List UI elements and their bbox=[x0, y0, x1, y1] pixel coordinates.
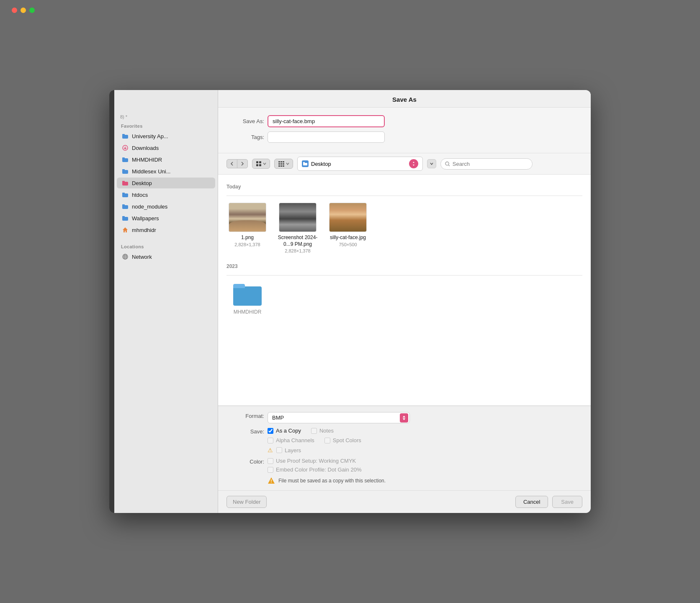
notes-checkbox[interactable] bbox=[311, 428, 317, 434]
back-button[interactable] bbox=[226, 159, 237, 168]
form-area: Save As: Tags: bbox=[218, 108, 591, 153]
sidebar-item-desktop[interactable]: Desktop bbox=[117, 178, 215, 188]
embed-color-label: Embed Color Profile: Dot Gain 20% bbox=[276, 466, 361, 473]
folder-icon bbox=[122, 156, 129, 163]
title-bar: Save As bbox=[218, 90, 591, 108]
save-as-label: Save As: bbox=[231, 118, 264, 124]
as-a-copy-checkbox[interactable] bbox=[268, 428, 273, 434]
sidebar-item-label: htdocs bbox=[132, 192, 148, 198]
warning-icon: ! bbox=[268, 477, 275, 484]
file-item[interactable]: Screenshot 2024-0...9 PM.png 2,828×1,378 bbox=[277, 203, 319, 253]
file-thumbnail-1 bbox=[229, 203, 266, 232]
sidebar-item-label: Middlesex Uni... bbox=[132, 168, 170, 175]
tags-row: Tags: bbox=[231, 131, 578, 143]
new-folder-button[interactable]: New Folder bbox=[226, 496, 267, 508]
format-row: Format: BMP bbox=[231, 412, 578, 423]
alpha-channels-checkbox-item[interactable]: Alpha Channels bbox=[268, 437, 314, 443]
cancel-button[interactable]: Cancel bbox=[515, 496, 548, 508]
folder-item[interactable]: MHMDHIDR bbox=[226, 282, 268, 315]
use-proof-label: Use Proof Setup: Working CMYK bbox=[276, 458, 356, 464]
alpha-channels-checkbox[interactable] bbox=[268, 438, 273, 443]
spot-colors-checkbox[interactable] bbox=[324, 438, 330, 443]
warning-row: ! File must be saved as a copy with this… bbox=[268, 477, 578, 484]
options-panel: Format: BMP Save: As bbox=[218, 406, 591, 490]
folder-icon bbox=[122, 168, 129, 175]
sidebar-item-home[interactable]: mhmdhidr bbox=[117, 224, 215, 235]
home-icon bbox=[122, 227, 129, 233]
format-spinner[interactable] bbox=[400, 413, 408, 423]
color-row: Color: Use Proof Setup: Working CMYK Emb… bbox=[231, 458, 578, 473]
svg-rect-29 bbox=[281, 163, 282, 165]
sidebar-item-label: Desktop bbox=[132, 180, 152, 186]
footer-right: Cancel Save bbox=[515, 496, 582, 508]
sidebar-item-mhmdhidr[interactable]: MHMDHIDR bbox=[117, 154, 215, 165]
location-name: Desktop bbox=[311, 161, 407, 167]
tags-input[interactable] bbox=[268, 131, 385, 143]
folder-icon-active bbox=[122, 180, 129, 186]
file-item[interactable]: 1.png 2,828×1,378 bbox=[226, 203, 268, 253]
main-panel: Save As Save As: Tags: bbox=[218, 90, 591, 513]
forward-button[interactable] bbox=[237, 159, 248, 168]
svg-point-36 bbox=[445, 162, 449, 165]
save-button[interactable]: Save bbox=[552, 496, 582, 508]
toolbar-row: Desktop bbox=[218, 153, 591, 175]
use-proof-checkbox-item[interactable]: Use Proof Setup: Working CMYK bbox=[268, 458, 361, 464]
file-item[interactable]: silly-cat-face.jpg 750×500 bbox=[327, 203, 369, 253]
warning-triangle-icon: ⚠ bbox=[268, 447, 273, 454]
svg-rect-33 bbox=[283, 165, 284, 167]
sidebar-item-middlesex[interactable]: Middlesex Uni... bbox=[117, 166, 215, 177]
checkboxes-group: As a Copy Notes Alpha Channels bbox=[268, 428, 578, 454]
window-title: Save As bbox=[392, 96, 417, 103]
app-hint: 8) * bbox=[120, 114, 212, 119]
file-grid-2023: MHMDHIDR bbox=[226, 282, 582, 315]
location-selector[interactable]: Desktop bbox=[297, 157, 423, 171]
expand-button[interactable] bbox=[427, 159, 436, 168]
svg-rect-31 bbox=[278, 165, 280, 167]
sidebar-item-node-modules[interactable]: node_modules bbox=[117, 201, 215, 212]
file-dims-2: 2,828×1,378 bbox=[285, 248, 310, 253]
svg-rect-22 bbox=[259, 161, 261, 163]
filename-input[interactable] bbox=[268, 115, 385, 127]
format-select[interactable]: BMP bbox=[268, 412, 410, 423]
sidebar-item-downloads[interactable]: Downloads bbox=[117, 142, 215, 153]
file-dims-1: 2,828×1,378 bbox=[234, 242, 260, 247]
view-list-button[interactable] bbox=[274, 159, 293, 169]
folder-icon-large bbox=[233, 282, 262, 306]
svg-rect-15 bbox=[122, 216, 125, 218]
sidebar-item-network[interactable]: Network bbox=[117, 251, 215, 262]
search-input[interactable] bbox=[453, 161, 528, 167]
warning-message: File must be saved as a copy with this s… bbox=[278, 478, 386, 484]
checkbox-row-1: As a Copy Notes bbox=[268, 428, 578, 434]
svg-rect-27 bbox=[283, 161, 284, 162]
sidebar-item-university[interactable]: University Ap... bbox=[117, 131, 215, 142]
sidebar-item-label: node_modules bbox=[132, 204, 167, 210]
layers-checkbox[interactable] bbox=[276, 447, 282, 453]
folder-icon bbox=[122, 191, 129, 198]
format-label: Format: bbox=[231, 412, 264, 419]
folder-label: MHMDHIDR bbox=[234, 309, 262, 315]
svg-rect-11 bbox=[122, 193, 125, 194]
embed-color-checkbox-item[interactable]: Embed Color Profile: Dot Gain 20% bbox=[268, 466, 361, 473]
use-proof-checkbox[interactable] bbox=[268, 458, 273, 464]
file-name-2: Screenshot 2024-0...9 PM.png bbox=[277, 234, 319, 247]
search-box[interactable] bbox=[440, 158, 533, 170]
folder-icon bbox=[122, 133, 129, 139]
sidebar-item-wallpapers[interactable]: Wallpapers bbox=[117, 213, 215, 224]
svg-rect-28 bbox=[278, 163, 280, 165]
view-icons-button[interactable] bbox=[252, 159, 270, 169]
as-a-copy-checkbox-item[interactable]: As a Copy bbox=[268, 428, 301, 434]
svg-rect-9 bbox=[122, 181, 125, 183]
spot-colors-checkbox-item[interactable]: Spot Colors bbox=[324, 437, 361, 443]
embed-color-checkbox[interactable] bbox=[268, 467, 273, 473]
svg-rect-30 bbox=[283, 163, 284, 165]
tags-label: Tags: bbox=[231, 134, 264, 140]
sidebar-item-htdocs[interactable]: htdocs bbox=[117, 189, 215, 200]
svg-rect-13 bbox=[122, 204, 125, 206]
svg-rect-23 bbox=[256, 164, 258, 166]
file-thumbnail-3 bbox=[329, 203, 367, 232]
layers-checkbox-item[interactable]: Layers bbox=[276, 447, 301, 454]
color-options: Use Proof Setup: Working CMYK Embed Colo… bbox=[268, 458, 361, 473]
location-spinner[interactable] bbox=[409, 159, 418, 168]
svg-rect-7 bbox=[122, 169, 125, 171]
notes-checkbox-item[interactable]: Notes bbox=[311, 428, 334, 434]
